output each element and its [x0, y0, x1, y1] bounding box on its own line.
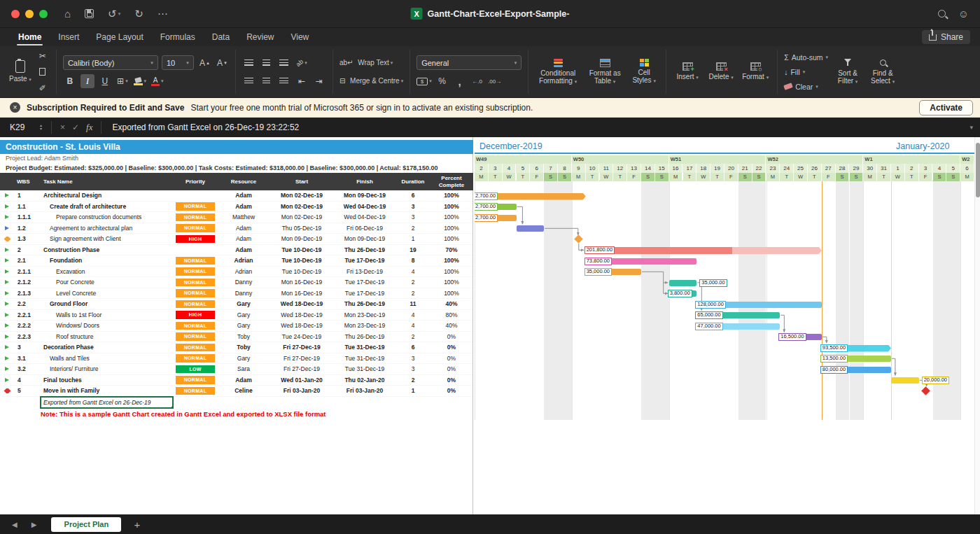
table-row[interactable]: 1.1.1Prepare construction documentsNORMA…: [0, 212, 473, 223]
feedback-smiley-icon[interactable]: ☺: [958, 8, 969, 20]
delete-cells-button[interactable]: × Delete ▾: [706, 62, 736, 81]
vertical-scrollbar[interactable]: [974, 137, 980, 514]
clear-button[interactable]: Clear▾: [784, 80, 828, 93]
name-box-stepper[interactable]: ▴▾: [40, 124, 42, 131]
table-row[interactable]: 5Move in with FamilyNORMALCelineFri 03-J…: [0, 386, 473, 397]
search-icon[interactable]: [938, 10, 946, 17]
tab-data[interactable]: Data: [204, 29, 238, 45]
tab-insert[interactable]: Insert: [50, 29, 88, 45]
font-size-select[interactable]: 10▾: [162, 55, 194, 70]
tab-view[interactable]: View: [282, 29, 317, 45]
table-row[interactable]: 2.2.1Walls to 1st FloorHIGHGaryWed 18-De…: [0, 310, 473, 321]
tab-formulas[interactable]: Formulas: [152, 29, 204, 45]
table-row[interactable]: 2.1.3Level ConcreteNORMALDannyMon 16-Dec…: [0, 288, 473, 300]
find-select-button[interactable]: Find & Select ▾: [867, 59, 898, 85]
minimize-button[interactable]: [25, 10, 34, 18]
table-row[interactable]: 2.1.2Pour ConcreteNORMALDannyMon 16-Dec-…: [0, 277, 473, 288]
increase-indent-button[interactable]: ⇥: [312, 74, 326, 88]
redo-icon[interactable]: ↻: [134, 8, 144, 20]
number-format-select[interactable]: General▾: [416, 55, 522, 70]
table-row[interactable]: 2.1FoundationNORMALAdrianTue 10-Dec-19Tu…: [0, 255, 473, 267]
home-icon[interactable]: ⌂: [64, 8, 71, 20]
gantt-bar[interactable]: [586, 247, 822, 254]
table-row[interactable]: 3.1Walls and TilesNORMALGaryFri 27-Dec-1…: [0, 353, 473, 365]
bold-button[interactable]: B: [63, 74, 77, 88]
table-row[interactable]: 2.2.3Roof structureNORMALTobyTue 24-Dec-…: [0, 332, 473, 343]
tab-page-layout[interactable]: Page Layout: [88, 29, 151, 45]
gantt-bar[interactable]: [891, 377, 919, 384]
table-row[interactable]: 1.2Agreement to architectural planNORMAL…: [0, 223, 473, 234]
share-button[interactable]: Share: [922, 30, 970, 44]
merge-centre-button[interactable]: ⊟ Merge & Centre▾: [340, 74, 403, 88]
tab-home[interactable]: Home: [10, 29, 50, 45]
increase-decimal-button[interactable]: ←.0: [470, 74, 484, 88]
decrease-indent-button[interactable]: ⇤: [295, 74, 309, 88]
fill-button[interactable]: ↓Fill▾: [784, 66, 828, 78]
tab-review[interactable]: Review: [238, 29, 282, 45]
sheet-tab-project-plan[interactable]: Project Plan: [51, 517, 121, 532]
activate-button[interactable]: Activate: [919, 100, 973, 115]
formula-bar-expand-icon[interactable]: ▾: [962, 124, 980, 131]
prev-sheet-button[interactable]: ◀: [7, 521, 22, 528]
underline-button[interactable]: U: [98, 74, 112, 88]
percent-format-button[interactable]: %: [435, 74, 449, 88]
align-top-button[interactable]: [242, 56, 256, 70]
format-as-table-button[interactable]: Format as Table ▾: [585, 59, 624, 85]
confirm-entry-icon[interactable]: ✓: [69, 122, 83, 132]
table-row[interactable]: 2.2.2Windows/ DoorsNORMALGaryWed 18-Dec-…: [0, 321, 473, 332]
add-sheet-button[interactable]: +: [125, 519, 148, 531]
wrap-text-button[interactable]: ab↵ Wrap Text▾: [340, 56, 393, 70]
decrease-font-size-button[interactable]: A▾: [215, 56, 229, 70]
cut-button[interactable]: ✂: [36, 49, 50, 63]
autosum-button[interactable]: ΣAuto-sum▾: [784, 51, 828, 64]
fullscreen-button[interactable]: [39, 10, 48, 18]
table-row[interactable]: 3.2Interiors/ FurnitureLOWSaraFri 27-Dec…: [0, 364, 473, 375]
gantt-bar[interactable]: [517, 225, 545, 232]
next-sheet-button[interactable]: ▶: [27, 521, 42, 528]
align-center-button[interactable]: [260, 74, 274, 88]
insert-function-icon[interactable]: fx: [83, 122, 96, 133]
font-color-button[interactable]: A▾: [150, 74, 164, 88]
table-row[interactable]: 3Decoration PhaseNORMALTobyFri 27-Dec-19…: [0, 342, 473, 353]
decrease-decimal-button[interactable]: .00→: [488, 74, 502, 88]
fill-color-button[interactable]: ▾: [133, 74, 147, 88]
table-row[interactable]: 2.2Ground FloorNORMALGaryWed 18-Dec-19Th…: [0, 299, 473, 310]
borders-button[interactable]: ⊞▾: [115, 74, 130, 88]
comma-format-button[interactable]: ,: [453, 74, 467, 88]
cancel-entry-icon[interactable]: ×: [57, 122, 69, 132]
align-bottom-button[interactable]: [277, 56, 291, 70]
align-middle-button[interactable]: [260, 56, 274, 70]
close-button[interactable]: [11, 10, 20, 18]
gantt-bar[interactable]: [669, 280, 697, 286]
save-icon[interactable]: [85, 9, 94, 18]
format-painter-button[interactable]: ✐: [36, 81, 50, 95]
align-right-button[interactable]: [277, 74, 291, 88]
orientation-button[interactable]: ab▾: [295, 56, 309, 70]
copy-button[interactable]: [36, 65, 50, 79]
font-name-select[interactable]: Calibri (Body)▾: [63, 55, 158, 70]
insert-cells-button[interactable]: + Insert ▾: [673, 62, 702, 81]
paste-button[interactable]: Paste ▾: [9, 60, 31, 83]
table-row[interactable]: 2.1.1ExcavationNORMALAdrianTue 10-Dec-19…: [0, 267, 473, 278]
table-row[interactable]: 1Architectural DesignAdamMon 02-Dec-19Mo…: [0, 190, 473, 202]
conditional-formatting-button[interactable]: Conditional Formatting ▾: [535, 59, 581, 85]
scrollbar-thumb[interactable]: [976, 143, 980, 197]
more-toolbar-icon[interactable]: ⋯: [158, 8, 168, 20]
currency-format-button[interactable]: $▾: [416, 74, 432, 88]
fill-handle[interactable]: [171, 406, 174, 409]
cell-styles-button[interactable]: Cell Styles ▾: [629, 59, 659, 85]
increase-font-size-button[interactable]: A▴: [197, 56, 211, 70]
formula-input[interactable]: Exported from Gantt Excel on 26-Dec-19 2…: [106, 122, 962, 132]
spreadsheet-canvas[interactable]: Construction - St. Louis Villa Project L…: [0, 137, 980, 514]
name-box[interactable]: K29 ▴▾: [0, 122, 46, 132]
table-row[interactable]: 1.3Sign agreement with ClientHIGHAdamMon…: [0, 234, 473, 245]
format-cells-button[interactable]: ○ Format ▾: [740, 62, 771, 81]
sort-filter-button[interactable]: Sort & Filter ▾: [832, 59, 863, 85]
italic-button[interactable]: I: [80, 74, 94, 88]
undo-icon[interactable]: ↺▾: [108, 8, 120, 20]
table-row[interactable]: 4Final touchesNORMALAdamWed 01-Jan-20Thu…: [0, 375, 473, 386]
align-left-button[interactable]: [242, 74, 256, 88]
table-row[interactable]: 1.1Create draft of architectureNORMALAda…: [0, 202, 473, 213]
selected-cell[interactable]: Exported from Gantt Excel on 26-Dec-19: [40, 396, 174, 409]
table-row[interactable]: 2Construction PhaseAdamTue 10-Dec-19Thu …: [0, 245, 473, 256]
